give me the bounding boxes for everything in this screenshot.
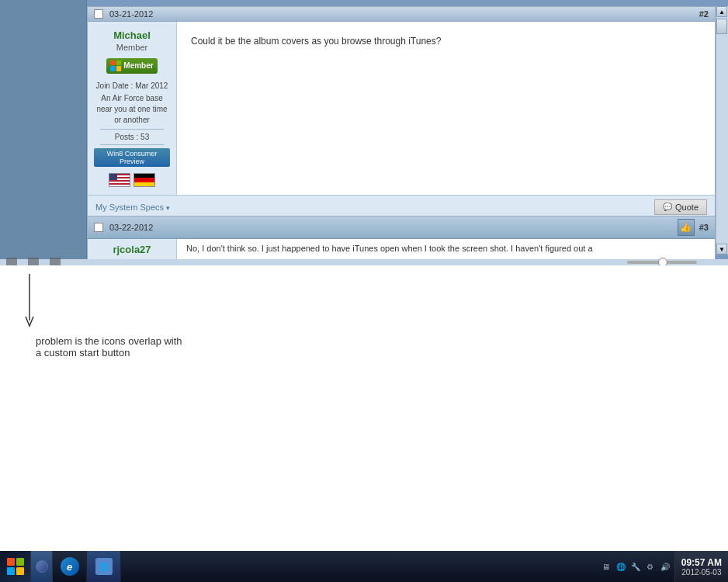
- quote-button[interactable]: 💬 Quote: [654, 199, 707, 215]
- post-2-content: Could it be the album covers as you brow…: [177, 22, 715, 195]
- annotation-area: [0, 265, 728, 551]
- separator-2: [100, 144, 164, 145]
- post-3-thumb-icon: 👍: [678, 219, 695, 236]
- network-icon: 🌐: [95, 558, 113, 575]
- tray-icon-5[interactable]: 🔊: [659, 560, 671, 573]
- post-2-sidebar: Michael Member Member Join Date : Mar 20…: [88, 22, 177, 195]
- post-2-checkbox[interactable]: [94, 9, 103, 19]
- post-2-header: 03-21-2012 #2: [88, 7, 715, 22]
- post-2-number: #2: [699, 9, 709, 19]
- post-2-author-rank: Member: [94, 43, 170, 52]
- orb-icon: [36, 560, 48, 573]
- annotation-text: problem is the icons overlap with a cust…: [36, 335, 182, 359]
- system-specs-link[interactable]: My System Specs ▾: [95, 203, 170, 212]
- slider-track[interactable]: [627, 261, 697, 264]
- windows-logo: [7, 558, 24, 575]
- post-2-text: Could it be the album covers as you brow…: [191, 36, 441, 47]
- tray-icon-2[interactable]: 🌐: [615, 560, 627, 573]
- post-3-header: 03-22-2012 👍 #3: [88, 217, 715, 239]
- post-3-checkbox[interactable]: [94, 223, 103, 232]
- start-button[interactable]: [0, 551, 31, 582]
- taskbar-orb[interactable]: [31, 551, 53, 582]
- system-tray: 🖥 🌐 🔧 ⚙ 🔊: [597, 560, 674, 573]
- quote-icon: 💬: [663, 203, 672, 211]
- post-3-number: #3: [699, 223, 709, 232]
- ie-icon: e: [61, 557, 79, 576]
- tray-icon-3[interactable]: 🔧: [629, 560, 642, 573]
- taskbar-network-button[interactable]: 🌐: [87, 551, 121, 582]
- post-2: 03-21-2012 #2 Michael Member Member Join…: [87, 6, 716, 220]
- taskbar: e 🌐 🖥 🌐 🔧 ⚙ 🔊 09:57 AM 2012-05-03: [0, 551, 728, 582]
- flags-container: [94, 173, 170, 187]
- tray-icon-1[interactable]: 🖥: [600, 560, 612, 573]
- taskbar-ie-button[interactable]: e: [53, 551, 87, 582]
- member-badge: Member: [106, 58, 157, 74]
- flag-us: [109, 173, 130, 187]
- scroll-down-arrow[interactable]: ▼: [716, 244, 727, 255]
- win8-badge: Win8 Consumer Preview: [94, 148, 170, 167]
- post-2-author-name: Michael: [94, 29, 170, 41]
- clock-date: 2012-05-03: [681, 568, 721, 577]
- chevron-down-icon: ▾: [166, 204, 170, 212]
- slider-area: [0, 259, 728, 265]
- tray-icon-4[interactable]: ⚙: [644, 560, 657, 573]
- post-2-join-date: Join Date : Mar 2012: [94, 80, 170, 92]
- scrollbar[interactable]: ▲ ▼: [716, 6, 728, 255]
- post-2-footer: My System Specs ▾ 💬 Quote: [88, 195, 715, 219]
- post-2-date: 03-21-2012: [109, 9, 153, 19]
- annotation-arrow: [22, 270, 37, 332]
- post-2-location: An Air Force base near you at one time o…: [94, 93, 170, 126]
- clock-time: 09:57 AM: [681, 557, 722, 568]
- post-2-posts: Posts : 53: [94, 133, 170, 141]
- scroll-up-arrow[interactable]: ▲: [716, 6, 727, 17]
- scrollbar-thumb[interactable]: [716, 19, 727, 34]
- windows-xp-icon: [110, 61, 121, 71]
- separator-1: [100, 129, 164, 130]
- post-3-date: 03-22-2012: [109, 223, 153, 232]
- flag-de: [133, 173, 155, 187]
- taskbar-clock[interactable]: 09:57 AM 2012-05-03: [674, 551, 728, 582]
- post-3-author: rjcola27: [113, 244, 151, 255]
